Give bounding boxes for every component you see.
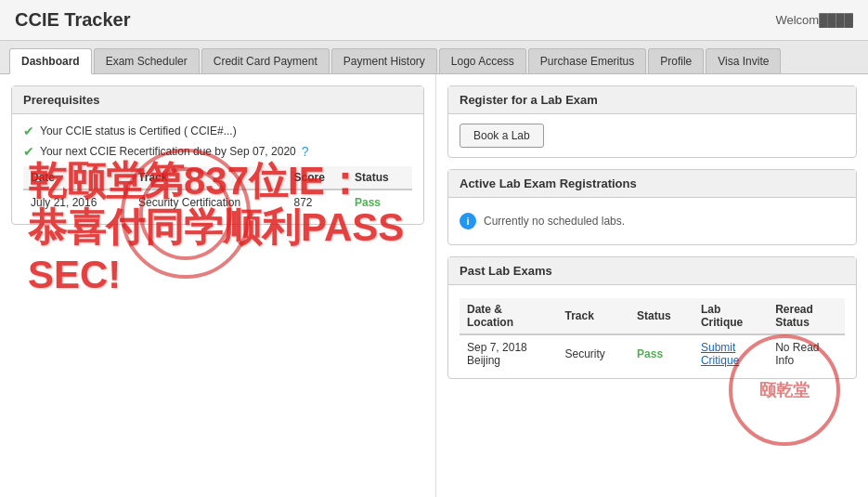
tab-payment-history[interactable]: Payment History bbox=[331, 48, 437, 73]
col-reread-status: RereadStatus bbox=[768, 298, 845, 334]
prereq-item-2: ✔ Your next CCIE Recertification due by … bbox=[23, 144, 412, 159]
tab-profile[interactable]: Profile bbox=[648, 48, 704, 73]
cell-date: July 21, 2016 bbox=[23, 190, 131, 215]
col-date-location: Date &Location bbox=[460, 298, 558, 334]
past-exams-title: Past Lab Exams bbox=[448, 257, 856, 285]
col-lab-critique: LabCritique bbox=[693, 298, 768, 334]
register-section: Register for a Lab Exam Book a Lab bbox=[447, 85, 857, 158]
tab-logo-access[interactable]: Logo Access bbox=[439, 48, 526, 73]
nav-tabs: Dashboard Exam Scheduler Credit Card Pay… bbox=[0, 41, 868, 74]
submit-critique-link[interactable]: SubmitCritique bbox=[701, 341, 739, 367]
cell-reread-status: No ReadInfo bbox=[768, 334, 845, 373]
info-icon[interactable]: ? bbox=[302, 144, 309, 159]
prereq-text-2: Your next CCIE Recertification due by Se… bbox=[40, 145, 296, 158]
book-a-lab-button[interactable]: Book a Lab bbox=[460, 124, 544, 148]
table-row: July 21, 2016 Security Certification 872… bbox=[23, 190, 412, 215]
col-status: Status bbox=[629, 298, 693, 334]
cell-track: Security bbox=[558, 334, 630, 373]
tab-credit-card-payment[interactable]: Credit Card Payment bbox=[201, 48, 330, 73]
tab-visa-invite[interactable]: Visa Invite bbox=[706, 48, 781, 73]
past-exams-body: Date &Location Track Status LabCritique … bbox=[448, 285, 856, 378]
past-exams-section: Past Lab Exams Date &Location Track Stat… bbox=[447, 256, 857, 379]
info-circle-icon: i bbox=[460, 213, 476, 229]
col-score: Score bbox=[286, 166, 347, 190]
prereq-table: Date Track Score Status July 21, 2016 Se… bbox=[23, 166, 412, 215]
col-status: Status bbox=[347, 166, 412, 190]
app-title: CCIE Tracker bbox=[15, 9, 131, 31]
past-exams-table: Date &Location Track Status LabCritique … bbox=[460, 298, 845, 373]
prereq-text-1: Your CCIE status is Certified ( CCIE#...… bbox=[40, 124, 237, 137]
prerequisites-title: Prerequisites bbox=[12, 86, 423, 114]
col-date: Date bbox=[23, 166, 131, 190]
tab-exam-scheduler[interactable]: Exam Scheduler bbox=[94, 48, 200, 73]
tab-dashboard[interactable]: Dashboard bbox=[9, 48, 92, 74]
col-track: Track bbox=[131, 166, 286, 190]
col-track: Track bbox=[558, 298, 630, 334]
prerequisites-section: Prerequisites ✔ Your CCIE status is Cert… bbox=[11, 85, 424, 225]
cell-lab-critique[interactable]: SubmitCritique bbox=[693, 334, 768, 373]
cell-status: Pass bbox=[347, 190, 412, 215]
right-panel: Register for a Lab Exam Book a Lab Activ… bbox=[436, 74, 868, 497]
active-lab-title: Active Lab Exam Registrations bbox=[448, 170, 856, 198]
app-header: CCIE Tracker Welcom████ bbox=[0, 0, 868, 41]
check-icon-1: ✔ bbox=[23, 124, 34, 138]
no-labs-text: Currently no scheduled labs. bbox=[484, 215, 625, 228]
prerequisites-body: ✔ Your CCIE status is Certified ( CCIE#.… bbox=[12, 114, 423, 224]
welcome-text: Welcom████ bbox=[775, 13, 853, 27]
no-labs-message: i Currently no scheduled labs. bbox=[460, 207, 845, 235]
active-lab-section: Active Lab Exam Registrations i Currentl… bbox=[447, 169, 857, 245]
active-lab-body: i Currently no scheduled labs. bbox=[448, 198, 856, 244]
prereq-item-1: ✔ Your CCIE status is Certified ( CCIE#.… bbox=[23, 124, 412, 138]
past-exam-row: Sep 7, 2018Beijing Security Pass SubmitC… bbox=[460, 334, 845, 373]
cell-date-location: Sep 7, 2018Beijing bbox=[460, 334, 558, 373]
cell-status: Pass bbox=[629, 334, 693, 373]
cell-track: Security Certification bbox=[131, 190, 286, 215]
check-icon-2: ✔ bbox=[23, 144, 34, 159]
main-content: Prerequisites ✔ Your CCIE status is Cert… bbox=[0, 74, 868, 497]
cell-score: 872 bbox=[286, 190, 347, 215]
left-panel: Prerequisites ✔ Your CCIE status is Cert… bbox=[0, 74, 436, 497]
register-title: Register for a Lab Exam bbox=[448, 86, 856, 114]
register-body: Book a Lab bbox=[448, 114, 856, 157]
tab-purchase-emeritus[interactable]: Purchase Emeritus bbox=[528, 48, 646, 73]
